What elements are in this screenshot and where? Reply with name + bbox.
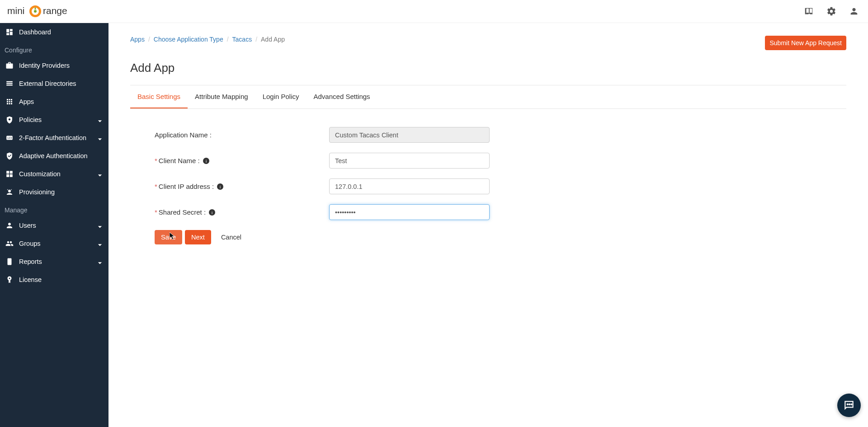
client-ip-input[interactable] (329, 178, 490, 194)
sidebar-label: 2-Factor Authentication (19, 134, 86, 141)
sidebar-item-apps[interactable]: Apps (0, 93, 108, 111)
label-text: Shared Secret : (159, 208, 206, 216)
sidebar-item-dashboard[interactable]: Dashboard (0, 23, 108, 41)
sidebar-item-identity-providers[interactable]: Identity Providers (0, 56, 108, 75)
sidebar-item-provisioning[interactable]: Provisioning (0, 183, 108, 201)
page-title: Add App (130, 61, 846, 75)
person-icon[interactable] (849, 6, 859, 16)
breadcrumb-sep: / (225, 36, 231, 43)
svg-point-1 (34, 10, 37, 13)
brand-logo[interactable]: mini range (7, 4, 93, 19)
sidebar-item-users[interactable]: Users (0, 216, 108, 235)
sidebar-item-reports[interactable]: Reports (0, 253, 108, 271)
chevron-down-icon (98, 241, 102, 246)
tab-login-policy[interactable]: Login Policy (255, 85, 307, 108)
form-row-client-ip: *Client IP address : i (155, 178, 627, 194)
sidebar-label: Provisioning (19, 188, 55, 196)
sidebar-section-manage: Manage (0, 201, 108, 216)
sidebar-item-external-directories[interactable]: External Directories (0, 75, 108, 93)
dashboard-icon (5, 28, 14, 36)
save-button[interactable]: Save (155, 230, 182, 244)
sidebar-label: Customization (19, 170, 61, 178)
chevron-down-icon (98, 172, 102, 176)
two-factor-icon: 123 (5, 134, 14, 142)
sidebar-label: Reports (19, 258, 42, 265)
info-icon[interactable]: i (203, 158, 209, 164)
sidebar-item-customization[interactable]: Customization (0, 165, 108, 183)
reports-icon (5, 258, 14, 266)
groups-icon (5, 239, 14, 248)
app-name-input (329, 127, 490, 143)
sidebar-item-groups[interactable]: Groups (0, 235, 108, 253)
directories-icon (5, 80, 14, 88)
sidebar-label: Apps (19, 98, 34, 105)
cancel-button[interactable]: Cancel (214, 230, 249, 244)
required-marker: * (155, 183, 157, 190)
apps-icon (5, 98, 14, 106)
license-icon (5, 276, 14, 284)
required-marker: * (155, 208, 157, 216)
header-icons (804, 6, 859, 16)
breadcrumb: Apps / Choose Application Type / Tacacs … (130, 36, 285, 43)
tab-advanced-settings[interactable]: Advanced Settings (307, 85, 377, 108)
breadcrumb-current: Add App (261, 36, 285, 43)
label-text: Application Name : (155, 131, 212, 139)
svg-text:123: 123 (7, 136, 12, 139)
client-name-input[interactable] (329, 153, 490, 169)
form-row-client-name: *Client Name : i (155, 153, 627, 169)
sidebar-label: Policies (19, 116, 42, 123)
cursor-icon (169, 232, 176, 241)
client-name-label: *Client Name : i (155, 157, 329, 164)
sidebar-item-license[interactable]: License (0, 271, 108, 289)
sidebar-item-adaptive-auth[interactable]: Adaptive Authentication (0, 147, 108, 165)
gear-icon[interactable] (826, 6, 836, 16)
shield-check-icon (5, 152, 14, 160)
docs-icon[interactable] (804, 6, 814, 16)
sidebar-label: Dashboard (19, 28, 51, 36)
chat-bubble-button[interactable] (837, 394, 861, 417)
identity-icon (5, 61, 14, 70)
policies-icon (5, 116, 14, 124)
shared-secret-label: *Shared Secret : i (155, 208, 329, 216)
sidebar-label: Groups (19, 240, 41, 247)
breadcrumb-sep: / (254, 36, 259, 43)
logo-svg: mini range (7, 4, 93, 19)
sidebar: Dashboard Configure Identity Providers E… (0, 23, 108, 427)
breadcrumb-tacacs[interactable]: Tacacs (232, 36, 252, 43)
breadcrumb-choose-type[interactable]: Choose Application Type (154, 36, 223, 43)
sidebar-item-2fa[interactable]: 123 2-Factor Authentication (0, 129, 108, 147)
form-buttons: Save Next Cancel (155, 230, 627, 244)
required-marker: * (155, 157, 157, 164)
svg-text:i: i (212, 210, 212, 215)
label-text: Client IP address : (159, 183, 214, 190)
info-icon[interactable]: i (209, 209, 215, 216)
sidebar-item-policies[interactable]: Policies (0, 111, 108, 129)
svg-text:mini: mini (7, 5, 25, 16)
next-button[interactable]: Next (185, 230, 211, 244)
breadcrumb-apps[interactable]: Apps (130, 36, 145, 43)
submit-new-app-button[interactable]: Submit New App Request (765, 36, 846, 50)
user-icon (5, 221, 14, 230)
tabs: Basic Settings Attribute Mapping Login P… (130, 85, 846, 109)
shared-secret-input[interactable] (329, 204, 490, 220)
tab-basic-settings[interactable]: Basic Settings (130, 85, 188, 108)
label-text: Client Name : (159, 157, 200, 164)
svg-point-12 (849, 404, 850, 405)
top-header: mini range (0, 0, 868, 23)
sidebar-section-configure: Configure (0, 41, 108, 56)
chevron-down-icon (98, 117, 102, 122)
svg-text:i: i (206, 158, 207, 163)
chevron-down-icon (98, 259, 102, 264)
chevron-down-icon (98, 223, 102, 228)
tab-attribute-mapping[interactable]: Attribute Mapping (188, 85, 255, 108)
main-content: Apps / Choose Application Type / Tacacs … (108, 23, 868, 427)
sidebar-label: License (19, 276, 42, 283)
chevron-down-icon (98, 136, 102, 140)
info-icon[interactable]: i (217, 183, 223, 190)
sidebar-label: Users (19, 222, 36, 229)
breadcrumb-sep: / (146, 36, 152, 43)
provisioning-icon (5, 188, 14, 196)
svg-text:range: range (43, 5, 67, 16)
client-ip-label: *Client IP address : i (155, 183, 329, 190)
sidebar-label: External Directories (19, 80, 76, 87)
